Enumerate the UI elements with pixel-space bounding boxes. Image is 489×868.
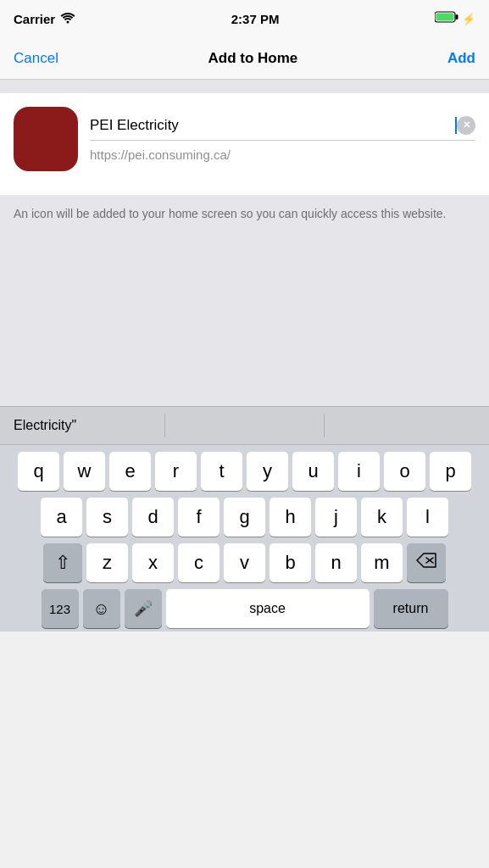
autocomplete-word-1[interactable]: Electricity" xyxy=(7,418,164,433)
shift-icon: ⇧ xyxy=(55,552,70,574)
battery-icon xyxy=(435,11,458,26)
svg-point-0 xyxy=(67,20,69,23)
key-row-1: q w e r t y u i o p xyxy=(3,452,486,491)
numbers-label: 123 xyxy=(49,602,70,616)
name-input-wrap[interactable]: PEI Electricity xyxy=(90,117,457,134)
nav-bar: Cancel Add to Home Add xyxy=(0,37,489,80)
key-v[interactable]: v xyxy=(224,543,265,582)
key-u[interactable]: u xyxy=(292,452,334,491)
description-area: An icon will be added to your home scree… xyxy=(0,195,489,236)
empty-space xyxy=(0,236,489,406)
clear-button[interactable] xyxy=(457,116,475,135)
key-e[interactable]: e xyxy=(109,452,151,491)
carrier-info: Carrier xyxy=(14,12,75,26)
key-row-2: a s d f g h j k l xyxy=(3,498,486,537)
card-area: PEI Electricity https://pei.consuming.ca… xyxy=(0,93,489,195)
mic-key[interactable]: 🎤 xyxy=(125,589,162,628)
emoji-icon: ☺ xyxy=(92,599,109,619)
key-w[interactable]: w xyxy=(64,452,105,491)
key-z[interactable]: z xyxy=(86,543,128,582)
key-p[interactable]: p xyxy=(430,452,471,491)
svg-rect-3 xyxy=(436,14,454,21)
key-k[interactable]: k xyxy=(361,498,403,537)
key-g[interactable]: g xyxy=(224,498,265,537)
key-t[interactable]: t xyxy=(201,452,242,491)
space-label: space xyxy=(249,601,286,616)
keyboard: q w e r t y u i o p a s d f g h j k l ⇧ … xyxy=(0,445,489,632)
svg-rect-2 xyxy=(456,14,458,19)
numbers-key[interactable]: 123 xyxy=(42,589,79,628)
wifi-icon xyxy=(60,12,75,26)
shift-key[interactable]: ⇧ xyxy=(43,543,82,582)
autocomplete-divider-2 xyxy=(324,414,325,437)
status-bar: Carrier 2:37 PM ⚡ xyxy=(0,0,489,37)
return-label: return xyxy=(393,601,429,616)
nav-title: Add to Home xyxy=(208,50,298,67)
key-m[interactable]: m xyxy=(361,543,403,582)
status-time: 2:37 PM xyxy=(231,12,280,26)
name-row: PEI Electricity xyxy=(90,116,475,141)
backspace-key[interactable] xyxy=(407,543,446,582)
backspace-icon xyxy=(415,552,437,574)
url-row: https://pei.consuming.ca/ xyxy=(90,141,475,163)
key-n[interactable]: n xyxy=(315,543,357,582)
key-l[interactable]: l xyxy=(407,498,448,537)
description-text: An icon will be added to your home scree… xyxy=(14,207,447,220)
mic-icon: 🎤 xyxy=(134,599,153,618)
key-f[interactable]: f xyxy=(178,498,219,537)
key-h[interactable]: h xyxy=(270,498,311,537)
key-a[interactable]: a xyxy=(41,498,82,537)
key-x[interactable]: x xyxy=(132,543,174,582)
add-button[interactable]: Add xyxy=(447,50,475,67)
emoji-key[interactable]: ☺ xyxy=(83,589,120,628)
key-row-4: 123 ☺ 🎤 space return xyxy=(3,589,486,628)
autocomplete-divider-1 xyxy=(164,414,165,437)
return-key[interactable]: return xyxy=(374,589,448,628)
app-name-text: PEI Electricity xyxy=(90,117,454,134)
app-fields: PEI Electricity https://pei.consuming.ca… xyxy=(90,116,475,163)
key-d[interactable]: d xyxy=(132,498,174,537)
key-row-3: ⇧ z x c v b n m xyxy=(3,543,486,582)
app-icon xyxy=(14,107,78,171)
key-o[interactable]: o xyxy=(384,452,425,491)
key-c[interactable]: c xyxy=(178,543,219,582)
cancel-button[interactable]: Cancel xyxy=(14,50,58,67)
app-row: PEI Electricity https://pei.consuming.ca… xyxy=(14,107,475,181)
battery-area: ⚡ xyxy=(435,11,475,26)
key-s[interactable]: s xyxy=(86,498,128,537)
key-j[interactable]: j xyxy=(315,498,357,537)
key-y[interactable]: y xyxy=(247,452,288,491)
app-url-text: https://pei.consuming.ca/ xyxy=(90,147,231,162)
autocomplete-bar: Electricity" xyxy=(0,406,489,445)
key-r[interactable]: r xyxy=(155,452,197,491)
key-i[interactable]: i xyxy=(338,452,380,491)
carrier-label: Carrier xyxy=(14,12,55,26)
space-key[interactable]: space xyxy=(166,589,370,628)
key-q[interactable]: q xyxy=(18,452,59,491)
bolt-icon: ⚡ xyxy=(462,13,475,25)
key-b[interactable]: b xyxy=(270,543,311,582)
separator-top xyxy=(0,80,489,93)
